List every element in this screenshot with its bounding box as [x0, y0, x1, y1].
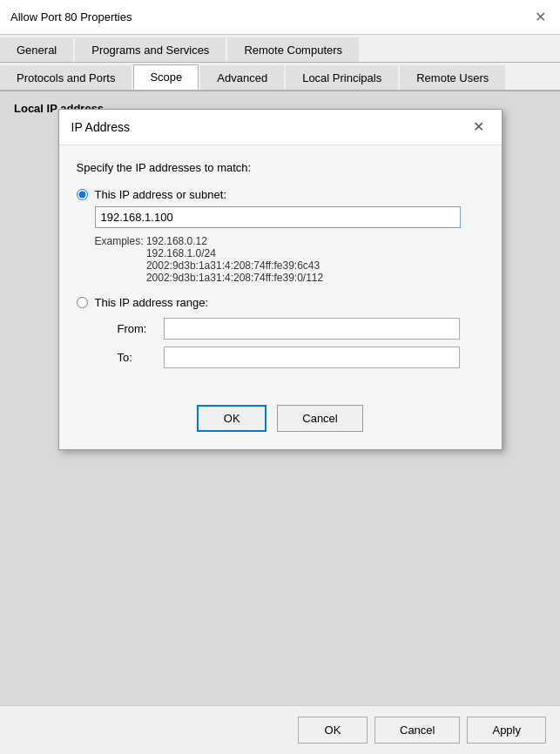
main-content: Local IP address IP Address ✕ Specify th…: [0, 91, 560, 705]
to-label: To:: [118, 351, 157, 364]
tab-remote-computers[interactable]: Remote Computers: [227, 37, 359, 62]
example-1: 192.168.1.0/24: [146, 247, 323, 259]
ip-address-dialog: IP Address ✕ Specify the IP addresses to…: [58, 109, 503, 450]
window-close-button[interactable]: ✕: [531, 9, 550, 26]
example-2: 2002:9d3b:1a31:4:208:74ff:fe39:6c43: [146, 259, 323, 272]
window-title: Allow Port 80 Properties: [10, 10, 132, 24]
from-input[interactable]: [164, 318, 460, 340]
to-row: To:: [118, 347, 460, 368]
example-3: 2002:9d3b:1a31:4:208:74ff:fe39:0/112: [146, 272, 323, 284]
tab-protocols-ports[interactable]: Protocols and Ports: [0, 65, 132, 90]
example-0: 192.168.0.12: [146, 235, 323, 247]
radio-group: This IP address or subnet: Examples: 192…: [77, 188, 484, 375]
tab-programs-services[interactable]: Programs and Services: [75, 37, 226, 62]
radio-range-label[interactable]: This IP address range:: [95, 296, 209, 309]
tab-advanced[interactable]: Advanced: [200, 65, 284, 90]
bottom-bar: OK Cancel Apply: [0, 705, 560, 754]
bottom-cancel-button[interactable]: Cancel: [374, 717, 460, 744]
title-bar: Allow Port 80 Properties ✕: [0, 0, 560, 35]
examples-label: Examples:: [95, 235, 144, 247]
range-inputs: From: To:: [118, 318, 460, 368]
tab-row-2: Protocols and Ports Scope Advanced Local…: [0, 63, 560, 91]
examples-values: 192.168.0.12 192.168.1.0/24 2002:9d3b:1a…: [146, 235, 323, 284]
dialog-overlay: IP Address ✕ Specify the IP addresses to…: [0, 91, 560, 705]
bottom-apply-button[interactable]: Apply: [467, 717, 546, 744]
dialog-buttons: OK Cancel: [59, 391, 502, 449]
tab-scope[interactable]: Scope: [133, 64, 199, 90]
radio-range-input[interactable]: [77, 297, 88, 308]
examples-block: Examples: 192.168.0.12 192.168.1.0/24 20…: [95, 235, 461, 284]
to-input[interactable]: [164, 347, 460, 368]
radio-option-range: This IP address range: From: To:: [77, 296, 484, 375]
from-row: From:: [118, 318, 460, 340]
dialog-title: IP Address: [71, 120, 130, 134]
tab-general[interactable]: General: [0, 37, 73, 62]
dialog-cancel-button[interactable]: Cancel: [277, 405, 362, 432]
tab-remote-users[interactable]: Remote Users: [400, 65, 505, 90]
dialog-close-button[interactable]: ✕: [468, 118, 489, 136]
tab-local-principals[interactable]: Local Principals: [286, 65, 398, 90]
radio-subnet-input[interactable]: [77, 189, 88, 200]
radio-option-subnet: This IP address or subnet: Examples: 192…: [77, 188, 484, 284]
from-label: From:: [118, 322, 157, 335]
dialog-body: Specify the IP addresses to match: This …: [59, 145, 502, 391]
radio-subnet-label[interactable]: This IP address or subnet:: [95, 188, 227, 201]
dialog-subtitle: Specify the IP addresses to match:: [77, 161, 484, 174]
dialog-title-bar: IP Address ✕: [59, 110, 502, 145]
ip-subnet-input[interactable]: [95, 206, 461, 228]
dialog-ok-button[interactable]: OK: [197, 405, 267, 432]
tab-row-1: General Programs and Services Remote Com…: [0, 35, 560, 63]
bottom-ok-button[interactable]: OK: [298, 717, 368, 744]
